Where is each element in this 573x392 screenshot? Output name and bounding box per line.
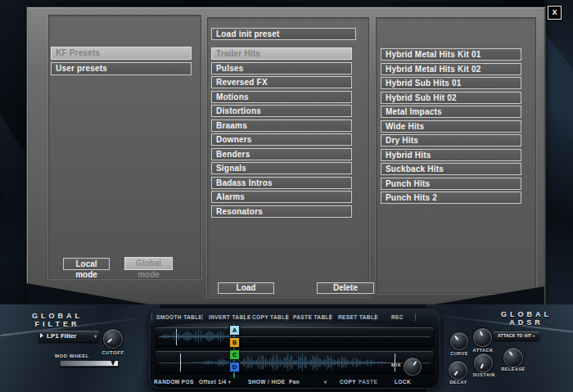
decay-knob[interactable]: [449, 362, 467, 379]
cutoff-knob[interactable]: [104, 330, 122, 348]
paste-button[interactable]: PASTE: [359, 379, 377, 385]
global-filter-title: GLOBAL FILTER: [25, 312, 90, 328]
preset-item[interactable]: Dry Hits: [381, 134, 521, 146]
chevron-down-icon: ▾: [94, 331, 97, 342]
attack-knob[interactable]: [474, 329, 491, 346]
sustain-knob[interactable]: [475, 354, 492, 372]
preset-item[interactable]: Punch Hits: [381, 178, 521, 190]
arrow-icon: ▸: [533, 333, 535, 338]
chevron-down-icon: ▾: [228, 380, 231, 385]
filter-type-dropdown[interactable]: LP1 Filter ▾: [38, 331, 99, 342]
show-hide-button[interactable]: SHOW / HIDE: [248, 379, 286, 385]
preset-browser-overlay: KF Presets User presets Local mode Globa…: [26, 7, 546, 306]
sustain-label: SUSTAIN: [470, 372, 498, 377]
chevron-down-icon: ▾: [324, 379, 327, 385]
paste-table-button[interactable]: PASTE TABLE: [293, 314, 333, 320]
random-pos-button[interactable]: RANDOM POS: [154, 379, 194, 385]
global-adsr-title-line2: ADSR: [499, 318, 553, 327]
preset-item[interactable]: Hybrid Metal Hits Kit 02: [381, 63, 521, 75]
offset-value: Offset 1/4: [199, 379, 227, 385]
marker-c[interactable]: C: [229, 349, 240, 360]
copy-table-button[interactable]: COPY TABLE: [252, 314, 289, 320]
category-item[interactable]: Resonators: [211, 205, 352, 218]
category-item[interactable]: Pulses: [211, 62, 352, 74]
release-knob[interactable]: [504, 349, 522, 367]
filter-flag-icon: [40, 333, 43, 338]
cutoff-label: CUTOFF: [98, 350, 128, 355]
category-item[interactable]: Trailer Hits: [211, 47, 352, 60]
mix-knob[interactable]: [404, 358, 421, 375]
attack-label: ATTACK: [470, 348, 496, 353]
delete-button[interactable]: Delete: [317, 282, 374, 294]
slider-pointer-icon: [111, 360, 115, 366]
preset-item[interactable]: Suckback Hits: [381, 163, 521, 175]
pan-value: Pan: [289, 379, 300, 385]
preset-item[interactable]: Metal Impacts: [381, 106, 521, 118]
lock-button[interactable]: LOCK: [395, 379, 411, 385]
release-label: RELEASE: [499, 367, 527, 372]
preset-item[interactable]: Hybrid Metal Hits Kit 01: [381, 48, 521, 61]
load-init-preset-button[interactable]: Load init preset: [211, 28, 356, 40]
global-adsr-title-line1: GLOBAL: [499, 310, 553, 318]
category-item[interactable]: Motions: [211, 91, 352, 103]
curve-knob[interactable]: [451, 333, 467, 349]
hardware-panel: GLOBAL FILTER LP1 Filter ▾ CUTOFF MOD WH…: [0, 304, 573, 392]
preset-item[interactable]: Hybrid Hits: [381, 149, 521, 161]
global-adsr-title: GLOBAL ADSR: [499, 310, 553, 327]
invert-table-button[interactable]: INVERT TABLE: [209, 314, 251, 320]
banks-panel: KF Presets User presets Local mode Globa…: [48, 15, 201, 279]
category-item[interactable]: Alarms: [211, 191, 352, 203]
category-item[interactable]: Benders: [211, 148, 352, 160]
waveform-strip-upper: [156, 327, 434, 347]
attack-to-hit-value: ATTACK TO HIT: [498, 333, 531, 338]
preset-item[interactable]: Hybrid Sub Hit 02: [381, 92, 521, 104]
bank-item[interactable]: KF Presets: [51, 47, 192, 60]
categories-panel: Load init preset Trailer Hits Pulses Rev…: [207, 17, 369, 297]
global-filter-title-line1: GLOBAL: [25, 312, 90, 320]
decay-label: DECAY: [446, 380, 471, 385]
marker-b[interactable]: B: [229, 337, 240, 348]
category-item[interactable]: Braams: [211, 119, 352, 132]
attack-to-hit-dropdown[interactable]: ATTACK TO HIT ▸: [494, 331, 539, 340]
global-filter-title-line2: FILTER: [25, 320, 90, 328]
preset-item[interactable]: Hybrid Sub Hits 01: [381, 77, 521, 89]
transport-row: RANDOM POS Offset 1/4 ▾ SHOW / HIDE Pan …: [149, 377, 440, 387]
preset-item[interactable]: Punch Hits 2: [381, 191, 521, 204]
filter-type-value: LP1 Filter: [47, 332, 76, 340]
pan-dropdown[interactable]: Pan: [289, 379, 300, 385]
wavetable-display: SMOOTH TABLE INVERT TABLE COPY TABLE PAS…: [149, 309, 440, 389]
rec-button[interactable]: REC: [391, 314, 404, 320]
marker-d[interactable]: D: [229, 362, 240, 372]
offset-dropdown[interactable]: Offset 1/4 ▾: [199, 379, 231, 385]
category-item[interactable]: Distortions: [211, 105, 352, 117]
global-mode-button[interactable]: Global mode: [124, 257, 173, 270]
chassis-top: [0, 0, 573, 7]
copy-button[interactable]: COPY: [340, 379, 356, 385]
presets-panel: Hybrid Metal Hits Kit 01 Hybrid Metal Hi…: [376, 17, 536, 294]
mod-wheel-label: MOD WHEEL: [54, 354, 90, 358]
load-button[interactable]: Load: [218, 282, 274, 294]
table-button-row: SMOOTH TABLE INVERT TABLE COPY TABLE PAS…: [149, 314, 440, 324]
reset-table-button[interactable]: RESET TABLE: [338, 314, 378, 320]
plugin-window: KF Presets User presets Local mode Globa…: [0, 0, 573, 392]
marker-a[interactable]: A: [229, 325, 240, 336]
close-button[interactable]: X: [548, 6, 562, 20]
mix-label: MIX: [388, 363, 404, 367]
category-item[interactable]: Downers: [211, 133, 352, 146]
category-item[interactable]: Signals: [211, 162, 352, 174]
category-item[interactable]: Reversed FX: [211, 76, 352, 88]
mod-wheel-slider[interactable]: [60, 360, 119, 367]
smooth-table-button[interactable]: SMOOTH TABLE: [156, 314, 202, 320]
preset-item[interactable]: Wide Hits: [381, 120, 521, 133]
curve-label: CURVE: [447, 351, 471, 356]
waveform-upper: [156, 327, 434, 347]
bank-item[interactable]: User presets: [51, 62, 192, 75]
category-item[interactable]: Badass Intros: [211, 177, 352, 189]
local-mode-button[interactable]: Local mode: [63, 258, 110, 270]
